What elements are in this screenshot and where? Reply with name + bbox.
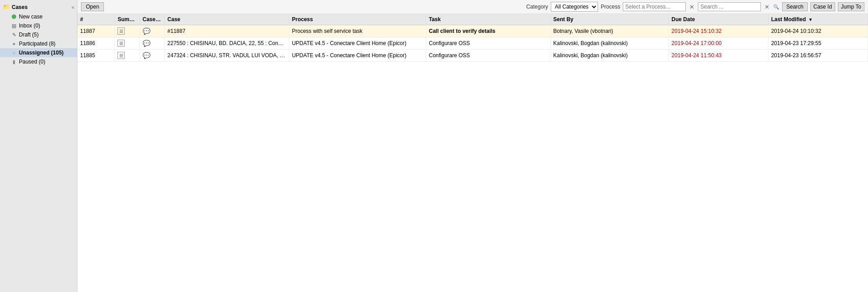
sidebar-title: Cases (12, 4, 27, 10)
search-button[interactable]: Search (782, 2, 807, 11)
sidebar-item-label: Draft (5) (19, 32, 39, 38)
notes-chat-icon: 💬 (143, 52, 150, 59)
search-input[interactable] (698, 2, 761, 11)
cell-num: 11887 (77, 25, 115, 37)
cases-table: # Summary Case Notes Case Process Task S… (77, 14, 868, 62)
sidebar-header: 📁 Cases « (0, 2, 77, 12)
table-header-row: # Summary Case Notes Case Process Task S… (77, 14, 868, 25)
cell-lastmodified: 2019-04-24 10:10:32 (768, 25, 868, 37)
participated-icon: ● (11, 41, 17, 47)
inbox-icon: ▤ (11, 23, 17, 29)
draft-icon: ✎ (11, 32, 17, 38)
category-label: Category (526, 4, 548, 10)
cell-case: 227550 : CHISINAU, BD. DACIA, 22, 55 : C… (165, 37, 289, 50)
cell-sentby: Kalinovski, Bogdan (kalinovski) (550, 50, 669, 62)
col-header-duedate[interactable]: Due Date (669, 14, 768, 25)
table-row[interactable]: 11886 ☰ 💬 227550 : CHISINAU, BD. DACIA, … (77, 37, 868, 50)
sidebar-item-paused[interactable]: ▮ Paused (0) (0, 57, 77, 66)
col-header-case[interactable]: Case (165, 14, 289, 25)
cell-num: 11886 (77, 37, 115, 50)
summary-grid-icon: ☰ (117, 40, 125, 47)
search-button-label: Search (786, 4, 803, 10)
folder-icon: 📁 (3, 4, 10, 10)
col-header-lastmodified[interactable]: Last Modified ▼ (768, 14, 868, 25)
cell-case: 247324 : CHISINAU, STR. VADUL LUI VODA, … (165, 50, 289, 62)
notes-chat-icon: 💬 (143, 27, 150, 35)
cell-notes: 💬 (139, 37, 164, 50)
col-header-process[interactable]: Process (289, 14, 426, 25)
sidebar-item-label: Inbox (0) (19, 23, 40, 29)
cell-case: #11887 (165, 25, 289, 37)
jumpto-button[interactable]: Jump To (838, 2, 864, 11)
cell-num: 11885 (77, 50, 115, 62)
search-clear-button[interactable]: ✕ (764, 4, 770, 10)
filter-area: Category All Categories Process ✕ ✕ 🔍 Se… (526, 2, 864, 12)
paused-icon: ▮ (11, 59, 17, 65)
sidebar-item-unassigned[interactable]: ○ Unassigned (105) (0, 48, 77, 57)
sidebar-item-label: Participated (8) (19, 41, 55, 47)
cell-duedate: 2019-04-24 17:00:00 (669, 37, 768, 50)
cell-sentby: Botnary, Vasile (vbotnari) (550, 25, 669, 37)
search-icon: 🔍 (773, 4, 779, 10)
cell-sentby: Kalinovski, Bogdan (kalinovski) (550, 37, 669, 50)
sidebar-title-area: 📁 Cases (3, 4, 27, 10)
cell-lastmodified: 2019-04-23 16:56:57 (768, 50, 868, 62)
cell-lastmodified: 2019-04-23 17:29:55 (768, 37, 868, 50)
col-header-num[interactable]: # (77, 14, 115, 25)
sidebar: 📁 Cases « New case ▤ Inbox (0) ✎ Draft (… (0, 0, 77, 292)
cases-table-wrap: # Summary Case Notes Case Process Task S… (77, 14, 868, 292)
sidebar-item-label: New case (19, 14, 43, 20)
cell-task: Configurare OSS (426, 37, 550, 50)
category-select[interactable]: All Categories (551, 2, 598, 12)
cell-summary: ☰ (115, 37, 139, 50)
sort-desc-icon: ▼ (808, 17, 813, 22)
cell-duedate: 2019-04-24 15:10:32 (669, 25, 768, 37)
cell-duedate: 2019-04-24 11:50:43 (669, 50, 768, 62)
caseid-button[interactable]: Case Id (810, 2, 835, 11)
cell-task: Call client to verify details (426, 25, 550, 37)
table-row[interactable]: 11887 ☰ 💬 #11887 Process with self servi… (77, 25, 868, 37)
summary-grid-icon: ☰ (117, 27, 125, 35)
sidebar-item-new-case[interactable]: New case (0, 12, 77, 21)
toolbar: Open Category All Categories Process ✕ ✕… (77, 0, 868, 14)
open-button[interactable]: Open (81, 2, 104, 11)
process-label: Process (601, 4, 620, 10)
sidebar-item-inbox[interactable]: ▤ Inbox (0) (0, 21, 77, 30)
cell-notes: 💬 (139, 25, 164, 37)
cell-summary: ☰ (115, 25, 139, 37)
cell-process: UPDATE v4.5 - Conectare Client Home (Epi… (289, 37, 426, 50)
notes-chat-icon: 💬 (143, 40, 150, 47)
process-input[interactable] (623, 2, 686, 11)
col-lastmod-label: Last Modified (771, 16, 806, 23)
unassigned-icon: ○ (11, 50, 17, 56)
sidebar-item-draft[interactable]: ✎ Draft (5) (0, 30, 77, 39)
cell-process: UPDATE v4.5 - Conectare Client Home (Epi… (289, 50, 426, 62)
table-row[interactable]: 11885 ☰ 💬 247324 : CHISINAU, STR. VADUL … (77, 50, 868, 62)
summary-grid-icon: ☰ (117, 52, 125, 59)
col-header-summary[interactable]: Summary (115, 14, 139, 25)
cell-process: Process with self service task (289, 25, 426, 37)
sidebar-item-participated[interactable]: ● Participated (8) (0, 39, 77, 48)
cell-notes: 💬 (139, 50, 164, 62)
col-header-task[interactable]: Task (426, 14, 550, 25)
new-case-icon (11, 14, 17, 20)
main-content: Open Category All Categories Process ✕ ✕… (77, 0, 868, 292)
process-clear-button[interactable]: ✕ (688, 4, 695, 10)
col-header-sentby[interactable]: Sent By (550, 14, 669, 25)
collapse-button[interactable]: « (72, 5, 74, 10)
sidebar-item-label: Paused (0) (19, 59, 45, 65)
sidebar-item-label: Unassigned (105) (19, 50, 63, 56)
cell-task: Configurare OSS (426, 50, 550, 62)
cell-summary: ☰ (115, 50, 139, 62)
col-header-casenotes[interactable]: Case Notes (139, 14, 164, 25)
